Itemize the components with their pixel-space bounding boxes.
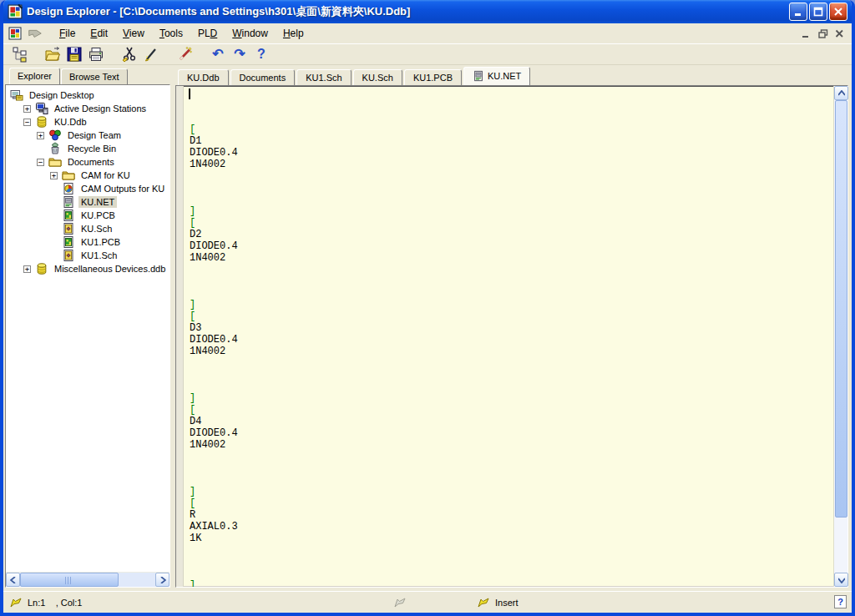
- project-tree[interactable]: Design Desktop+Active Design Stations−KU…: [6, 85, 169, 572]
- status-flag-gray: [394, 592, 407, 613]
- scroll-left-button[interactable]: [6, 573, 20, 587]
- editor-line: DIODE0.4: [190, 334, 833, 346]
- expand-toggle-icon[interactable]: +: [50, 172, 58, 179]
- menu-item-edit[interactable]: Edit: [83, 25, 115, 42]
- tree-item-cam-outputs-for-ku[interactable]: CAM Outputs for KU: [6, 182, 169, 195]
- explorer-toggle-button[interactable]: [8, 45, 30, 64]
- menu-item-help[interactable]: Help: [276, 25, 311, 42]
- tree-item-ku-ddb[interactable]: −KU.Ddb: [6, 115, 169, 129]
- editor-vertical-scrollbar[interactable]: [833, 86, 847, 587]
- mdi-restore-button[interactable]: [816, 28, 830, 40]
- editor-line: D4: [190, 416, 833, 427]
- scrollbar-thumb[interactable]: [835, 100, 847, 518]
- document-tab-ku-net[interactable]: KU.NET: [463, 67, 530, 85]
- tree-item-label: KU1.Sch: [78, 250, 119, 261]
- tree-item-ku1-sch[interactable]: KU1.Sch: [6, 249, 169, 262]
- menu-item-file[interactable]: File: [52, 25, 83, 42]
- scroll-right-button[interactable]: [155, 573, 169, 587]
- tree-item-miscellaneous-devices-ddb[interactable]: +Miscellaneous Devices.ddb: [6, 262, 169, 275]
- tree-item-ku-pcb[interactable]: KU.PCB: [6, 209, 169, 222]
- net-icon: [473, 70, 484, 82]
- editor-line: [190, 194, 833, 205]
- help-button[interactable]: ?: [834, 595, 847, 608]
- editor-line: ]: [190, 486, 833, 497]
- menu-item-pld[interactable]: PLD: [190, 25, 225, 42]
- wand-button[interactable]: [174, 45, 195, 64]
- redo-button[interactable]: ↷: [229, 45, 250, 64]
- panel-tab-browse-text[interactable]: Browse Text: [61, 68, 128, 84]
- cut-button[interactable]: [119, 45, 140, 64]
- tree-item-cam-for-ku[interactable]: +CAM for KU: [6, 169, 169, 182]
- menu-bar: FileEditViewToolsPLDWindowHelp: [3, 23, 852, 43]
- editor-line: [190, 544, 833, 556]
- tree-item-documents[interactable]: −Documents: [6, 155, 169, 169]
- tree-item-active-design-stations[interactable]: +Active Design Stations: [6, 102, 169, 115]
- tree-item-ku1-pcb[interactable]: KU1.PCB: [6, 235, 169, 249]
- expand-toggle-icon[interactable]: +: [23, 105, 31, 113]
- document-tab-documents[interactable]: Documents: [230, 69, 296, 85]
- menu-item-view[interactable]: View: [115, 25, 152, 42]
- sch-icon: [62, 222, 75, 235]
- minimize-button[interactable]: [789, 3, 807, 21]
- document-tab-ku1-sch[interactable]: KU1.Sch: [296, 69, 351, 85]
- arrow-down-icon[interactable]: [27, 26, 43, 41]
- cam-icon: [62, 182, 75, 195]
- netlist-text-editor[interactable]: [D1DIODE0.41N4002 ][D2DIODE0.41N4002 ][D…: [184, 86, 833, 587]
- undo-button[interactable]: ↶: [207, 45, 229, 64]
- scrollbar-track[interactable]: [834, 518, 847, 573]
- panel-tab-explorer[interactable]: Explorer: [9, 68, 60, 84]
- editor-line: [: [190, 404, 833, 416]
- tree-item-ku-sch[interactable]: KU.Sch: [6, 222, 169, 235]
- main-content: ExplorerBrowse Text Design Desktop+Activ…: [3, 65, 852, 591]
- collapse-toggle-icon[interactable]: −: [37, 159, 44, 166]
- pen-tool-button[interactable]: [140, 45, 162, 64]
- tree-horizontal-scrollbar[interactable]: [6, 572, 169, 587]
- document-tab-ku-sch[interactable]: KU.Sch: [353, 69, 402, 85]
- editor-line: [190, 381, 833, 392]
- tree-item-design-team[interactable]: +Design Team: [6, 129, 169, 142]
- tree-item-recycle-bin[interactable]: Recycle Bin: [6, 142, 169, 155]
- maximize-button[interactable]: [809, 3, 827, 21]
- collapse-toggle-icon[interactable]: −: [23, 119, 31, 126]
- editor-line: [190, 287, 833, 299]
- document-tab-ku-ddb[interactable]: KU.Ddb: [178, 69, 229, 85]
- tree-item-design-desktop[interactable]: Design Desktop: [6, 88, 169, 102]
- editor-line: DIODE0.4: [190, 240, 833, 252]
- editor-line: [: [190, 497, 833, 509]
- editor-line: DIODE0.4: [190, 427, 833, 439]
- scroll-up-button[interactable]: [834, 86, 848, 100]
- scrollbar-track[interactable]: [119, 573, 155, 587]
- document-system-icon[interactable]: [7, 26, 23, 41]
- editor-panel: KU.DdbDocumentsKU1.SchKU.SchKU1.PCBKU.NE…: [175, 67, 848, 588]
- print-button[interactable]: [85, 45, 107, 64]
- help-button[interactable]: ?: [250, 45, 272, 64]
- scroll-down-button[interactable]: [834, 573, 848, 587]
- tree-item-label: Recycle Bin: [65, 143, 119, 154]
- explorer-panel: ExplorerBrowse Text Design Desktop+Activ…: [5, 67, 170, 588]
- app-icon[interactable]: [8, 4, 23, 19]
- tree-item-label: KU.PCB: [78, 210, 118, 221]
- editor-line: 1N4002: [190, 252, 833, 264]
- save-button[interactable]: [63, 45, 85, 64]
- expand-toggle-icon[interactable]: +: [37, 132, 44, 139]
- mdi-close-button[interactable]: [832, 28, 847, 40]
- editor-line: R: [190, 509, 833, 521]
- expand-toggle-icon[interactable]: +: [23, 265, 31, 273]
- mdi-minimize-button[interactable]: [799, 28, 813, 40]
- tree-item-label: CAM for KU: [78, 169, 133, 181]
- menu-item-window[interactable]: Window: [225, 25, 276, 42]
- team-icon: [48, 129, 62, 142]
- recycle-icon: [48, 142, 62, 155]
- editor-line: [: [190, 217, 833, 229]
- document-tab-ku1-pcb[interactable]: KU1.PCB: [404, 69, 462, 85]
- open-document-button[interactable]: [42, 45, 63, 64]
- editor-line: [190, 182, 833, 194]
- tree-item-label: Design Desktop: [27, 89, 97, 101]
- scrollbar-thumb[interactable]: [20, 573, 119, 587]
- tree-indent-slot: +: [37, 132, 48, 139]
- close-button[interactable]: [829, 3, 847, 21]
- tree-indent-slot: +: [23, 265, 35, 273]
- document-tab-label: KU1.PCB: [413, 73, 453, 83]
- tree-item-ku-net[interactable]: KU.NET: [6, 195, 169, 209]
- menu-item-tools[interactable]: Tools: [152, 25, 190, 42]
